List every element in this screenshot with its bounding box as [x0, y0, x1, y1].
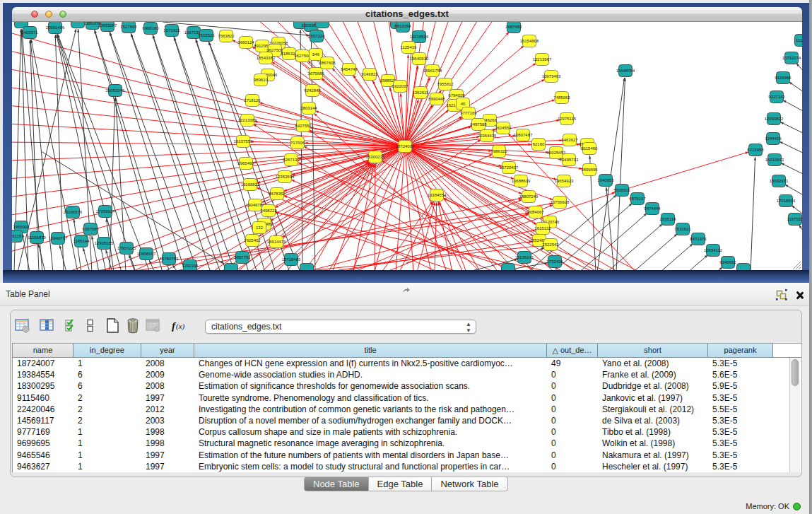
svg-text:16210643: 16210643	[765, 158, 784, 162]
svg-text:16648784: 16648784	[616, 69, 635, 73]
svg-text:5938923: 5938923	[613, 188, 630, 192]
svg-text:16961758: 16961758	[423, 69, 442, 73]
svg-text:1615132: 1615132	[534, 226, 551, 230]
svg-text:12975115: 12975115	[558, 117, 577, 121]
svg-text:1125419: 1125419	[401, 45, 418, 49]
svg-text:9084067: 9084067	[527, 210, 544, 214]
svg-text:1640953: 1640953	[597, 178, 614, 182]
svg-text:20691406: 20691406	[46, 25, 65, 30]
svg-text:9129966: 9129966	[775, 76, 792, 80]
svg-text:9242848: 9242848	[304, 88, 321, 93]
svg-text:9146821: 9146821	[361, 72, 378, 76]
svg-text:9397588: 9397588	[82, 227, 99, 231]
svg-text:1167533: 1167533	[787, 217, 802, 221]
svg-text:1733426: 1733426	[546, 259, 563, 264]
svg-text:6794028: 6794028	[448, 93, 465, 98]
svg-text:2803144: 2803144	[300, 106, 317, 110]
svg-text:16782759: 16782759	[160, 257, 179, 261]
svg-text:717006: 717006	[290, 141, 305, 145]
svg-text:8678352: 8678352	[269, 192, 286, 196]
svg-text:17016504: 17016504	[777, 199, 796, 203]
svg-text:9474444: 9474444	[644, 206, 661, 211]
svg-text:10807487: 10807487	[514, 133, 533, 137]
svg-text:7557224: 7557224	[308, 34, 325, 38]
svg-text:1145194: 1145194	[73, 239, 90, 243]
svg-text:1071915: 1071915	[163, 28, 180, 33]
svg-text:8990448: 8990448	[428, 97, 445, 101]
svg-text:2935114: 2935114	[660, 217, 677, 221]
svg-text:13495793: 13495793	[560, 158, 579, 162]
svg-text:9699695: 9699695	[581, 168, 598, 172]
svg-text:1244419: 1244419	[765, 136, 782, 141]
svg-text:12213389: 12213389	[238, 118, 257, 122]
svg-text:7632621: 7632621	[674, 227, 691, 231]
svg-text:12942757: 12942757	[49, 236, 68, 240]
svg-text:18807249: 18807249	[519, 194, 539, 199]
svg-text:39119: 39119	[12, 234, 22, 238]
svg-text:3624554: 3624554	[495, 126, 512, 130]
svg-text:16543382: 16543382	[257, 56, 276, 60]
svg-text:1965493: 1965493	[237, 161, 254, 165]
svg-text:20053346: 20053346	[106, 88, 125, 93]
svg-text:(x): (x)	[176, 322, 185, 331]
svg-text:5322037: 5322037	[392, 84, 408, 88]
svg-text:8267130: 8267130	[283, 158, 300, 162]
svg-text:9115460: 9115460	[582, 146, 599, 151]
svg-text:8215958: 8215958	[747, 148, 764, 152]
svg-text:989610: 989610	[254, 78, 269, 82]
svg-text:3675685: 3675685	[307, 71, 324, 76]
svg-text:1527602: 1527602	[120, 25, 137, 29]
svg-text:546: 546	[312, 52, 320, 57]
svg-text:7625402: 7625402	[244, 238, 261, 243]
svg-text:15692971: 15692971	[770, 179, 789, 183]
svg-text:10688609: 10688609	[512, 179, 531, 183]
svg-text:2522542: 2522542	[542, 243, 559, 247]
svg-text:62160: 62160	[533, 142, 545, 146]
svg-text:15720407: 15720407	[500, 165, 519, 170]
svg-text:3498222: 3498222	[260, 209, 277, 213]
svg-text:9245652: 9245652	[719, 260, 736, 264]
svg-text:12353594: 12353594	[276, 175, 295, 179]
svg-text:2087682: 2087682	[505, 25, 522, 29]
svg-text:15751074: 15751074	[782, 56, 801, 60]
svg-text:16154808: 16154808	[520, 39, 539, 43]
svg-text:15718485: 15718485	[282, 257, 301, 262]
svg-text:1362615: 1362615	[412, 90, 429, 95]
svg-text:17359924: 17359924	[96, 209, 115, 214]
svg-text:2867608: 2867608	[319, 61, 336, 65]
svg-text:9627508: 9627508	[294, 54, 311, 58]
svg-text:45: 45	[461, 102, 466, 106]
svg-text:16107553: 16107553	[234, 139, 253, 144]
svg-text:9463627: 9463627	[561, 138, 578, 142]
svg-text:10973493: 10973493	[542, 74, 561, 78]
svg-text:7563822: 7563822	[218, 34, 235, 38]
svg-text:19384554: 19384554	[428, 193, 447, 197]
svg-text:10756928: 10756928	[551, 200, 570, 204]
svg-text:8427552: 8427552	[295, 124, 312, 128]
svg-text:17957225: 17957225	[117, 246, 136, 250]
svg-text:8471676: 8471676	[690, 237, 707, 241]
svg-text:7485063: 7485063	[553, 95, 570, 100]
svg-text:2718126: 2718126	[244, 98, 261, 103]
svg-text:20206576: 20206576	[64, 210, 83, 214]
svg-text:6497568: 6497568	[470, 122, 487, 127]
svg-text:9660124: 9660124	[237, 40, 254, 45]
svg-text:9227342: 9227342	[768, 95, 785, 99]
svg-text:12905185: 12905185	[95, 241, 114, 245]
svg-text:19218506: 19218506	[410, 35, 429, 39]
svg-text:19654923: 19654923	[555, 179, 574, 183]
svg-text:20364436: 20364436	[478, 134, 497, 138]
svg-text:7986322: 7986322	[490, 149, 507, 153]
svg-text:6966160: 6966160	[142, 26, 159, 30]
svg-text:9777169: 9777169	[460, 111, 477, 115]
svg-text:15136141: 15136141	[515, 255, 534, 259]
svg-text:11123: 11123	[796, 38, 802, 42]
svg-text:19166823: 19166823	[241, 182, 260, 187]
svg-text:15640910: 15640910	[410, 57, 429, 61]
svg-text:9857791: 9857791	[234, 255, 251, 259]
svg-text:18724007: 18724007	[396, 144, 415, 148]
svg-text:10654112: 10654112	[704, 248, 723, 252]
svg-text:1455901: 1455901	[13, 225, 30, 229]
svg-text:10958107: 10958107	[137, 252, 156, 256]
svg-text:132: 132	[256, 226, 264, 230]
